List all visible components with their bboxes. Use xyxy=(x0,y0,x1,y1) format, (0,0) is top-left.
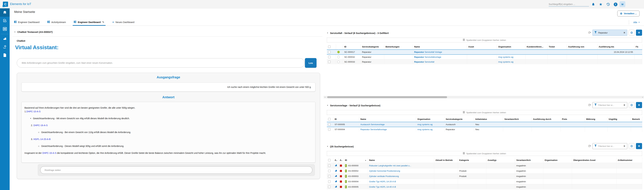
asset-link[interactable]: Zylinder horizontal Positionierung xyxy=(369,170,400,172)
col-bemerkung[interactable]: Bemerk xyxy=(631,117,642,122)
tab-activitystream[interactable]: Activitystream xyxy=(48,19,66,25)
col-a1[interactable]: A.. xyxy=(333,158,338,163)
col-id[interactable]: ID xyxy=(343,44,361,49)
organisation-link[interactable]: msg systems ag xyxy=(418,123,432,126)
greifer-link-1[interactable]: DHPC-10-A-S xyxy=(26,110,40,113)
col-artikelnummer[interactable]: Artikelnummer xyxy=(616,158,642,163)
clear-filter-icon[interactable]: ✕ xyxy=(624,145,625,147)
col-verantwortlich[interactable]: Verantwortlich xyxy=(515,158,543,163)
panel-add-button[interactable]: + xyxy=(636,30,642,36)
col-ausfuehrung-bis[interactable]: Ausführung bis xyxy=(597,44,634,49)
col-asset[interactable]: Asset xyxy=(467,44,497,49)
sidebar-item-home[interactable] xyxy=(0,8,10,17)
col-ausfuehrung-durch[interactable]: Ausführung durch xyxy=(532,117,560,122)
collapse-icon[interactable]: ▼ xyxy=(327,105,328,106)
manage-dashboards-button[interactable]: ⚙ Verwalten ... xyxy=(617,11,640,16)
panel-settings-button[interactable]: ⚙ xyxy=(629,143,634,149)
col-assettyp[interactable]: Assettyp xyxy=(486,158,515,163)
row-checkbox[interactable] xyxy=(328,186,330,188)
servicevorlage-link[interactable]: Austausch Servicevorlage xyxy=(360,123,385,126)
horizontal-scrollbar[interactable]: ‹ › xyxy=(324,96,644,98)
chatbot-widget-header[interactable]: ▼ Chatbot Testasset (AS-000027) xyxy=(14,30,53,33)
servicefall-panel-title[interactable]: ▼ Servicefall - Verlauf (8 Suchergebniss… xyxy=(327,32,389,34)
info-icon[interactable]: i xyxy=(614,2,618,6)
greifer-link-summary[interactable]: DHPC-16-A-S xyxy=(42,152,56,154)
servicefall-link[interactable]: Reparatur Servicefallvorlage xyxy=(414,56,441,58)
collapse-icon[interactable]: ▼ xyxy=(327,146,328,147)
col-servicekategorie[interactable]: Servicekategorie xyxy=(361,44,384,49)
col-bemerkungen[interactable]: Bemerkungen xyxy=(384,44,413,49)
scope-dropdown[interactable]: Alle ▾ xyxy=(629,20,640,24)
asset-link[interactable]: Robuster Langhubgreifer mit zwei paralle… xyxy=(369,165,411,167)
col-aktuell[interactable]: Aktuell in Betrieb xyxy=(434,158,458,163)
greifer-link-3[interactable]: HGPL-14-20-A-B xyxy=(34,138,51,141)
notifications-bell-icon[interactable] xyxy=(591,2,596,6)
table-row[interactable]: SC-000017 Reparatur Reparatur Servicefal… xyxy=(327,49,642,54)
col-verantwortlich[interactable]: Verantwortlich xyxy=(503,117,532,122)
col-waehrung[interactable]: Währung xyxy=(585,117,607,122)
scroll-right-arrow-icon[interactable]: › xyxy=(642,96,644,98)
table-row[interactable]: AS-000003 Zylinder vertikale Positionier… xyxy=(327,174,642,179)
go-button[interactable]: Los xyxy=(305,58,316,68)
row-checkbox[interactable] xyxy=(328,61,330,63)
followup-input[interactable] xyxy=(40,166,312,174)
greifer-link-2[interactable]: DHPC-16-A-S xyxy=(34,124,48,127)
select-all-checkbox[interactable] xyxy=(328,159,330,161)
col-a2[interactable]: A.. xyxy=(338,158,344,163)
panel-add-button[interactable]: + xyxy=(636,102,642,108)
row-checkbox[interactable] xyxy=(328,170,330,172)
table-row[interactable]: SC-000033 Reparatur Reparatur Servicefal… xyxy=(327,59,642,64)
refresh-icon[interactable]: ⟳ xyxy=(588,144,591,148)
select-all-checkbox[interactable] xyxy=(328,118,330,120)
col-id[interactable]: ID xyxy=(333,117,359,122)
table-row[interactable]: AS-000004 Greifer Typ HGPL-14-20-A-B msg… xyxy=(327,179,642,184)
assets-panel-title[interactable]: ▼ (25 Suchergebnisse) xyxy=(327,145,354,148)
group-drop-zone[interactable]: Spaltentitel zum Gruppieren hierher zieh… xyxy=(327,110,642,115)
col-name[interactable]: Name xyxy=(359,117,416,122)
row-checkbox[interactable] xyxy=(328,56,330,58)
collapse-icon[interactable]: ▼ xyxy=(327,32,328,34)
row-checkbox[interactable] xyxy=(328,51,330,53)
sidebar-item-documents[interactable] xyxy=(0,51,10,60)
table-row[interactable]: SC-000032 Reparatur Reparatur Servicefal… xyxy=(327,54,642,59)
table-row[interactable]: AS-000000 Robuster Langhubgreifer mit zw… xyxy=(327,163,642,168)
organisation-link[interactable]: msg systems ag xyxy=(498,61,514,63)
row-checkbox[interactable] xyxy=(328,180,330,183)
filter-input[interactable] xyxy=(598,104,622,106)
col-uebergeordnet[interactable]: Übergeordnetes Asset xyxy=(572,158,616,163)
history-icon[interactable] xyxy=(606,2,610,6)
clear-filter-icon[interactable]: ✕ xyxy=(624,104,625,106)
col-ausfuehrung-von[interactable]: Ausführung von xyxy=(567,44,597,49)
col-kundenreferenz[interactable]: Kundenreferen... xyxy=(525,44,548,49)
sidebar-item-tasks[interactable] xyxy=(0,17,10,25)
edit-pencil-icon[interactable]: ✎ xyxy=(102,21,104,24)
col-organisation[interactable]: Organisation xyxy=(497,44,525,49)
row-checkbox[interactable] xyxy=(328,128,330,131)
servicefall-link[interactable]: Reparatur Servicefall Vorlage xyxy=(414,51,442,53)
global-search-input[interactable] xyxy=(549,2,589,6)
col-faellig[interactable]: Fä xyxy=(634,44,642,49)
organisation-link[interactable]: msg systems ag xyxy=(418,128,432,131)
panel-add-button[interactable]: + xyxy=(636,143,642,149)
collapse-icon[interactable]: ▼ xyxy=(14,31,16,33)
refresh-icon[interactable]: ⟳ xyxy=(588,31,591,35)
table-row[interactable]: AS-000002 Zylinder horizontal Positionie… xyxy=(327,168,642,174)
tab-engineer-dashboard-1[interactable]: Engineer Dashboard xyxy=(14,19,40,25)
group-drop-zone[interactable]: Spaltentitel zum Gruppieren hierher zieh… xyxy=(327,38,642,42)
col-ungueltig[interactable]: Ungültig xyxy=(607,117,631,122)
user-avatar[interactable]: M xyxy=(620,1,625,7)
servicevorlage-link[interactable]: Reparatur Servicefallvorlage xyxy=(360,128,387,131)
table-row[interactable]: AS-000005 Greifer Typ HGPL-14-40-A-B msg… xyxy=(327,184,642,190)
row-checkbox[interactable] xyxy=(328,123,330,126)
col-id[interactable]: ID▲ xyxy=(344,158,368,163)
group-drop-zone[interactable]: Spaltentitel zum Gruppieren hierher zieh… xyxy=(327,151,642,156)
col-name[interactable]: Name xyxy=(413,44,467,49)
panel-settings-button[interactable]: ⚙ xyxy=(629,102,634,108)
favorites-star-icon[interactable]: ★ xyxy=(598,2,603,6)
refresh-icon[interactable]: ⟳ xyxy=(588,103,591,107)
servicevorlage-panel-title[interactable]: ▼ Servicevorlage - Verlauf (2 Suchergebn… xyxy=(327,104,380,107)
col-kategorie[interactable]: Kategorie xyxy=(458,158,486,163)
col-servicekategorie[interactable]: Servicekategorie xyxy=(444,117,474,122)
clear-filter-icon[interactable]: ✕ xyxy=(624,31,625,34)
asset-link[interactable]: Greifer Typ HGPL-14-20-A-B xyxy=(369,180,396,183)
